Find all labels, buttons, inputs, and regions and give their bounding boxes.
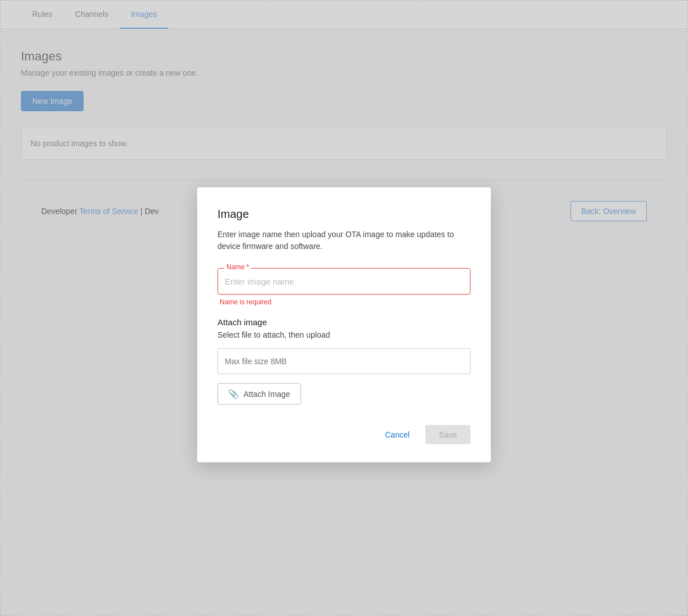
modal-dialog: Image Enter image name then upload your … [197,187,491,462]
name-field-group: Name * Name is required [217,268,471,305]
name-label: Name * [224,263,251,270]
modal-footer: Cancel Save [217,425,471,444]
file-input[interactable] [217,348,471,374]
attach-subtitle: Select file to attach, then upload [217,330,471,339]
modal-title: Image [217,207,471,220]
name-input[interactable] [217,268,471,294]
attach-image-button[interactable]: 📎 Attach Image [217,383,301,404]
paperclip-icon: 📎 [228,388,239,399]
page-container: Rules Channels Images Images Manage your… [0,0,688,616]
attach-button-label: Attach Image [243,389,290,398]
name-error: Name is required [220,298,471,305]
modal-description: Enter image name then upload your OTA im… [217,228,471,252]
cancel-button[interactable]: Cancel [378,425,416,444]
attach-section: Attach image Select file to attach, then… [217,317,471,404]
attach-title: Attach image [217,317,471,326]
save-button[interactable]: Save [425,425,471,444]
